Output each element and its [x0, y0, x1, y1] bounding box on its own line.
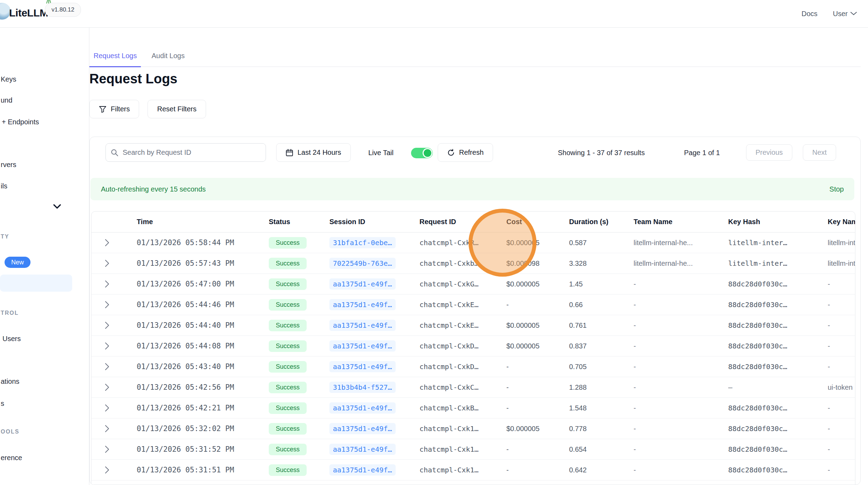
sidebar-item-internal-users[interactable]: Users — [2, 335, 21, 343]
cell-key-hash: 88dc28d0f030c… — [728, 445, 828, 453]
session-id-link[interactable]: aa1375d1-e49f… — [329, 299, 396, 310]
expand-row-button[interactable] — [91, 259, 137, 267]
auto-refresh-banner: Auto-refreshing every 15 seconds Stop — [90, 178, 854, 200]
sidebar-section-tools: OOLS — [1, 429, 19, 435]
session-id-link[interactable]: 31b3b4b4-f527… — [329, 382, 396, 393]
filter-funnel-icon — [99, 105, 107, 113]
cell-cost: - — [506, 383, 569, 392]
cell-key-hash: 88dc28d0f030c… — [728, 342, 828, 350]
sidebar-section-access-control: TROL — [1, 310, 19, 316]
search-input[interactable] — [122, 148, 261, 157]
sidebar-item-servers[interactable]: rvers — [1, 161, 16, 169]
session-id-link[interactable]: aa1375d1-e49f… — [329, 464, 396, 476]
header-key-hash: Key Hash — [728, 218, 828, 226]
table-row[interactable]: 01/13/2026 05:43:40 PM Success aa1375d1-… — [91, 356, 855, 377]
filters-button[interactable]: Filters — [89, 100, 139, 118]
table-body: 01/13/2026 05:58:44 PM Success 31bfa1cf-… — [91, 233, 855, 485]
table-header-row: Time Status Session ID Request ID Cost D… — [91, 212, 855, 233]
sidebar-collapse-chevron-icon[interactable] — [53, 204, 61, 209]
sidebar-item-keys[interactable]: Keys — [1, 75, 16, 83]
cell-team-name: litellm-internal-he... — [634, 259, 728, 268]
chevron-right-icon — [105, 239, 109, 247]
table-row[interactable]: 01/13/2026 05:42:21 PM Success aa1375d1-… — [91, 398, 855, 418]
expand-row-button[interactable] — [91, 301, 137, 309]
cell-key-hash: 88dc28d0f030c… — [728, 466, 828, 474]
session-id-link[interactable]: aa1375d1-e49f… — [329, 402, 396, 414]
table-row[interactable]: 01/13/2026 05:42:56 PM Success 31b3b4b4-… — [91, 377, 855, 398]
table-row[interactable]: 01/13/2026 05:32:02 PM Success aa1375d1-… — [91, 418, 855, 439]
table-row[interactable]: 01/13/2026 05:57:43 PM Success 7022549b-… — [91, 253, 855, 274]
table-row[interactable]: 01/13/2026 05:31:38 PM Success aa1375d1-… — [91, 480, 855, 485]
docs-link[interactable]: Docs — [801, 10, 818, 18]
session-id-link[interactable]: aa1375d1-e49f… — [329, 423, 396, 434]
sidebar-item-guardrails[interactable]: ils — [1, 182, 7, 190]
header-request-id: Request ID — [419, 218, 506, 226]
chevron-right-icon — [105, 321, 109, 329]
table-row[interactable]: 01/13/2026 05:58:44 PM Success 31bfa1cf-… — [91, 233, 855, 253]
reset-filters-button[interactable]: Reset Filters — [148, 100, 206, 118]
session-id-link[interactable]: aa1375d1-e49f… — [329, 444, 396, 455]
session-id-link[interactable]: aa1375d1-e49f… — [329, 320, 396, 331]
chevron-right-icon — [105, 280, 109, 288]
logs-tabs: Request Logs Audit Logs — [89, 46, 861, 67]
tab-audit-logs[interactable]: Audit Logs — [147, 46, 189, 67]
brand-title: LiteLLM — [9, 7, 48, 19]
table-row[interactable]: 01/13/2026 05:44:40 PM Success aa1375d1-… — [91, 315, 855, 336]
sidebar-item-playground[interactable]: und — [1, 96, 12, 104]
session-id-link[interactable]: 31bfa1cf-0ebe… — [329, 237, 396, 248]
page-indicator: Page 1 of 1 — [684, 137, 720, 168]
sidebar-item-logs-active[interactable] — [0, 275, 72, 292]
session-id-link[interactable]: aa1375d1-e49f… — [329, 278, 396, 290]
cell-time: 01/13/2026 05:32:02 PM — [137, 424, 269, 433]
session-id-link[interactable]: aa1375d1-e49f… — [329, 340, 396, 352]
sidebar-item-api-reference[interactable]: erence — [1, 454, 22, 462]
table-row[interactable]: 01/13/2026 05:31:52 PM Success aa1375d1-… — [91, 439, 855, 460]
sidebar-item-teams[interactable]: s — [1, 400, 4, 408]
cell-duration: 0.66 — [569, 301, 634, 309]
cell-key-name: - — [828, 466, 855, 474]
header-cost: Cost — [506, 218, 569, 226]
expand-row-button[interactable] — [91, 466, 137, 474]
status-badge: Success — [269, 278, 307, 290]
expand-row-button[interactable] — [91, 404, 137, 412]
expand-row-button[interactable] — [91, 321, 137, 329]
cell-time: 01/13/2026 05:44:08 PM — [137, 342, 269, 350]
cell-time: 01/13/2026 05:44:46 PM — [137, 300, 269, 309]
cell-team-name: - — [634, 321, 728, 330]
user-menu[interactable]: User — [833, 10, 857, 18]
expand-row-button[interactable] — [91, 280, 137, 288]
table-row[interactable]: 01/13/2026 05:44:46 PM Success aa1375d1-… — [91, 295, 855, 315]
sidebar-item-models-endpoints[interactable]: + Endpoints — [2, 118, 39, 126]
cell-cost: $0.000098 — [506, 259, 569, 268]
stop-auto-refresh-button[interactable]: Stop — [829, 185, 844, 193]
expand-row-button[interactable] — [91, 425, 137, 432]
previous-page-button[interactable]: Previous — [746, 144, 792, 161]
expand-row-button[interactable] — [91, 342, 137, 350]
expand-row-button[interactable] — [91, 363, 137, 370]
live-tail-toggle[interactable] — [411, 148, 433, 158]
cell-time: 01/13/2026 05:42:56 PM — [137, 383, 269, 392]
sidebar-item-organizations[interactable]: ations — [1, 377, 19, 386]
expand-row-button[interactable] — [91, 383, 137, 391]
table-row[interactable]: 01/13/2026 05:44:08 PM Success aa1375d1-… — [91, 336, 855, 356]
table-row[interactable]: 01/13/2026 05:31:51 PM Success aa1375d1-… — [91, 460, 855, 480]
cell-key-name: - — [828, 321, 855, 330]
reset-filters-button-label: Reset Filters — [157, 105, 196, 113]
table-row[interactable]: 01/13/2026 05:47:00 PM Success aa1375d1-… — [91, 274, 855, 295]
tab-request-logs[interactable]: Request Logs — [89, 46, 141, 67]
session-id-link[interactable]: 7022549b-763e… — [329, 258, 396, 269]
cell-key-hash: litellm-inter… — [728, 259, 828, 268]
user-menu-label: User — [833, 10, 848, 18]
cell-time: 01/13/2026 05:47:00 PM — [137, 280, 269, 288]
refresh-button[interactable]: Refresh — [438, 143, 493, 162]
session-id-link[interactable]: aa1375d1-e49f… — [329, 361, 396, 372]
chevron-right-icon — [105, 342, 109, 350]
time-range-button[interactable]: Last 24 Hours — [276, 143, 351, 162]
expand-row-button[interactable] — [91, 445, 137, 453]
next-page-button[interactable]: Next — [803, 144, 836, 161]
cell-request-id: chatcmpl-CxkR… — [419, 238, 506, 247]
chevron-down-icon — [850, 12, 857, 15]
expand-row-button[interactable] — [91, 239, 137, 247]
filters-button-label: Filters — [111, 105, 130, 113]
cell-cost: - — [506, 445, 569, 453]
